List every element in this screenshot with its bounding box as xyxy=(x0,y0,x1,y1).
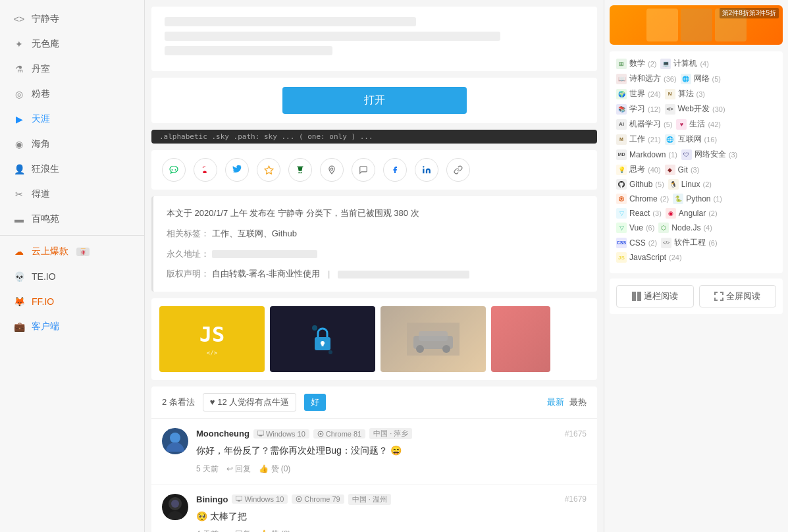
comments-section: 2 条看法 ♥ 12 人觉得有点牛逼 好 最新 最热 xyxy=(151,386,597,532)
tag-webdev[interactable]: </> Web开发 (30) xyxy=(665,103,725,115)
tag-icon-nodejs: ⬡ xyxy=(658,223,669,233)
tag-count-network: (5) xyxy=(712,75,721,83)
share-douban[interactable] xyxy=(288,158,312,182)
sidebar-item-ningjingsi[interactable]: <> 宁静寺 xyxy=(0,7,144,32)
share-wechat[interactable] xyxy=(162,158,186,182)
tag-row-8: 💡 思考 (40) ◆ Git (3) xyxy=(616,164,776,175)
tag-work[interactable]: M 工作 (21) xyxy=(616,134,661,145)
svg-rect-8 xyxy=(322,343,324,346)
tag-css[interactable]: CSS CSS (2) xyxy=(616,237,657,248)
tag-study[interactable]: 📚 学习 (12) xyxy=(616,103,661,115)
tag-netsec[interactable]: 🛡 网络安全 (3) xyxy=(681,149,737,160)
sort-hottest-button[interactable]: 最热 xyxy=(569,396,587,408)
tag-count-nodejs: (4) xyxy=(703,224,712,232)
sidebar-item-client[interactable]: 💼 客户端 xyxy=(0,314,144,339)
share-star[interactable] xyxy=(257,158,280,182)
tag-label-algorithm: 算法 xyxy=(678,88,694,99)
comment-like-2[interactable]: 👍 赞 (0) xyxy=(259,529,290,532)
open-article-button[interactable]: 打开 xyxy=(282,87,467,114)
sidebar-item-dedao[interactable]: ✂ 得道 xyxy=(0,182,144,207)
tag-javascript[interactable]: JS JavaScript (24) xyxy=(616,252,682,263)
share-facebook[interactable] xyxy=(383,158,407,182)
tag-network[interactable]: 🌐 网络 (5) xyxy=(681,73,721,84)
sidebar-item-label: 客户端 xyxy=(32,321,59,332)
tag-count-study: (12) xyxy=(648,105,661,113)
share-linkedin[interactable] xyxy=(415,158,438,182)
tag-label-software-eng: 软件工程 xyxy=(674,237,706,248)
comment-like-1[interactable]: 👍 赞 (0) xyxy=(259,464,290,475)
column-read-button[interactable]: 通栏阅读 xyxy=(616,285,694,307)
fullscreen-icon xyxy=(714,292,723,301)
sidebar-item-baimingwan[interactable]: ▬ 百鸣苑 xyxy=(0,207,144,232)
tag-row-13: CSS CSS (2) </> 软件工程 (6) xyxy=(616,237,776,248)
share-bar xyxy=(151,150,597,190)
sidebar-item-danshi[interactable]: ⚗ 丹室 xyxy=(0,57,144,82)
gallery-image-blur[interactable] xyxy=(491,306,550,372)
sidebar-item-ffio[interactable]: 🦊 FF.IO xyxy=(0,289,144,314)
tag-software-eng[interactable]: </> 软件工程 (6) xyxy=(661,237,717,248)
tag-row-4: 📚 学习 (12) </> Web开发 (30) xyxy=(616,103,776,115)
tag-markdown[interactable]: MD Markdown (1) xyxy=(616,149,677,160)
sidebar-item-tianya[interactable]: ▶ 天涯 xyxy=(0,107,144,132)
comment-reply-2[interactable]: ↩ 回复 xyxy=(226,529,251,532)
sort-buttons: 最新 最热 xyxy=(547,396,587,408)
tag-react[interactable]: ▽ React (3) xyxy=(616,208,662,219)
tag-label-poetry: 诗和远方 xyxy=(629,73,661,84)
main-scroll[interactable]: 打开 .alphabetic .sky .path: sky ... ( one… xyxy=(145,0,604,532)
tag-math[interactable]: ⊞ 数学 (2) xyxy=(616,58,656,69)
gallery-image-lock[interactable] xyxy=(270,306,375,372)
tag-internet[interactable]: 🌐 互联网 (16) xyxy=(665,134,718,145)
share-comments[interactable] xyxy=(352,158,375,182)
comment-browser-1: Chrome 81 xyxy=(313,429,365,439)
like-button[interactable]: ♥ 12 人觉得有点牛逼 xyxy=(203,393,296,412)
share-weibo[interactable] xyxy=(194,158,217,182)
tag-icon-world: 🌍 xyxy=(616,89,627,99)
tag-chrome[interactable]: Chrome (2) xyxy=(616,194,669,204)
share-map[interactable] xyxy=(320,158,344,182)
tag-cs[interactable]: 💻 计算机 (4) xyxy=(660,58,708,69)
sidebar-divider xyxy=(0,235,144,236)
tag-algorithm[interactable]: N 算法 (3) xyxy=(665,88,705,99)
tag-vue[interactable]: ▽ Vue (6) xyxy=(616,223,654,233)
scissors-icon: ✂ xyxy=(13,188,25,200)
tag-angular[interactable]: ◉ Angular (2) xyxy=(666,208,718,219)
tag-label-linux: Linux xyxy=(681,180,700,189)
ad-banner[interactable]: 第2件8折第3件5折 xyxy=(610,5,783,45)
share-twitter[interactable] xyxy=(225,158,249,182)
tag-think[interactable]: 💡 思考 (40) xyxy=(616,164,661,175)
tag-github[interactable]: Github (5) xyxy=(616,179,664,190)
tag-world[interactable]: 🌍 世界 (24) xyxy=(616,88,661,99)
comment-body-2: Biningo Windows 10 Chrome 79 中国 · 温州 # xyxy=(196,494,587,532)
comment-item-1: Mooncheung Windows 10 Chrome 81 中国 · 萍乡 xyxy=(151,419,597,484)
tag-life[interactable]: ♥ 生活 (42) xyxy=(676,119,721,130)
share-link[interactable] xyxy=(446,158,470,182)
tag-label-study: 学习 xyxy=(629,103,645,115)
sidebar-item-yunshangbaokuan[interactable]: ☁ 云上爆款 🀄 xyxy=(0,239,144,264)
like-label: ♥ 12 人觉得有点牛逼 xyxy=(210,396,289,408)
good-button[interactable]: 好 xyxy=(304,394,326,411)
svg-point-24 xyxy=(171,500,179,508)
tag-icon-git: ◆ xyxy=(665,165,675,175)
sidebar-item-kuanglansheng[interactable]: 👤 狂浪生 xyxy=(0,157,144,182)
sidebar-item-teio[interactable]: 💀 TE.IO xyxy=(0,264,144,289)
sidebar-item-wusean[interactable]: ✦ 无色庵 xyxy=(0,32,144,57)
fullscreen-read-button[interactable]: 全屏阅读 xyxy=(699,285,777,307)
sort-newest-button[interactable]: 最新 xyxy=(547,396,564,408)
gallery-image-js[interactable]: JS </> xyxy=(159,306,265,372)
sidebar-item-haijiao[interactable]: ◉ 海角 xyxy=(0,132,144,157)
tag-git[interactable]: ◆ Git (3) xyxy=(665,164,700,175)
blur-line-1 xyxy=(165,17,416,26)
tag-python[interactable]: 🐍 Python (1) xyxy=(673,194,722,204)
tag-linux[interactable]: 🐧 Linux (2) xyxy=(668,179,712,190)
comment-reply-1[interactable]: ↩ 回复 xyxy=(226,464,251,475)
sidebar-item-fenxiang[interactable]: ◎ 粉巷 xyxy=(0,82,144,107)
tag-ml[interactable]: AI 机器学习 (5) xyxy=(616,119,672,130)
article-tags: 相关标签： 工作、互联网、Github xyxy=(167,227,584,241)
tag-poetry[interactable]: 📖 诗和远方 (36) xyxy=(616,73,677,84)
svg-rect-13 xyxy=(419,331,448,341)
gallery-image-car[interactable] xyxy=(381,306,486,372)
code-snippet-text: .alphabetic .sky .path: sky ... ( one: o… xyxy=(159,132,373,141)
tag-nodejs[interactable]: ⬡ Node.Js (4) xyxy=(658,223,712,233)
comment-location-1: 中国 · 萍乡 xyxy=(369,428,412,439)
svg-point-17 xyxy=(170,433,180,443)
